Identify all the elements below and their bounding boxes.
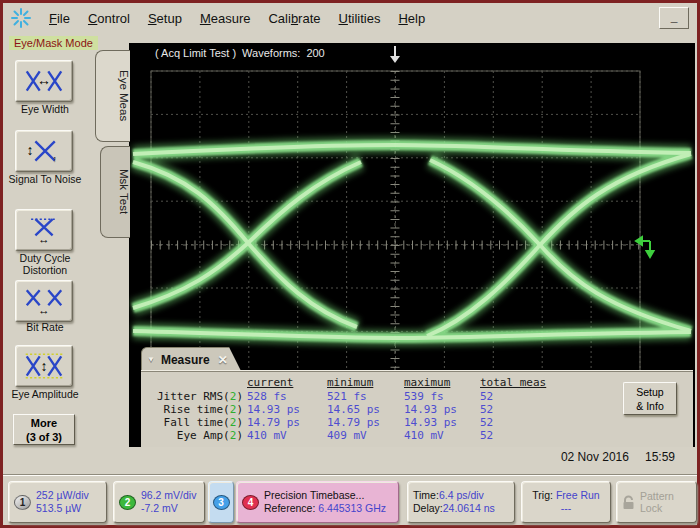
ch1-scale: 252 µW/div (36, 489, 89, 501)
datetime-display: 02 Nov 201615:59 (545, 450, 675, 464)
trigger-marker-icon (390, 46, 400, 63)
channel1-button[interactable]: 1 252 µW/div513.5 µW (8, 481, 107, 523)
signal-to-noise-label: Signal To Noise (3, 174, 87, 186)
menu-measure[interactable]: Measure (200, 11, 251, 26)
ch2-offset: -7.2 mV (141, 502, 178, 514)
acquisition-status: ( Acq Limit Test )Waveforms:200 (155, 47, 331, 59)
svg-text:↔: ↔ (38, 232, 50, 244)
channel4-badge: 4 (242, 495, 259, 510)
signal-to-noise-icon: ↕ ↑ (22, 137, 66, 165)
signal-to-noise-button[interactable]: ↕ ↑ (15, 130, 73, 172)
menu-calibrate[interactable]: Calibrate (268, 11, 320, 26)
waveforms-count: 200 (306, 47, 324, 59)
measure-panel-title: Measure (161, 353, 210, 367)
eye-amplitude-icon: ↕ (22, 352, 66, 380)
channel2-button[interactable]: 2 96.2 mV/div-7.2 mV (113, 481, 205, 523)
measure-panel-tab[interactable]: ▼ Measure ✕ (141, 347, 241, 371)
svg-text:↕: ↕ (41, 358, 48, 374)
delay-value: 24.0614 ns (443, 502, 495, 514)
close-icon[interactable]: ✕ (218, 353, 228, 367)
eye-width-label: Eye Width (3, 104, 87, 116)
eye-width-icon: ↔ (22, 67, 66, 95)
agilent-logo-icon (11, 8, 31, 28)
channel1-badge: 1 (14, 495, 31, 510)
mode-label: Eye/Mask Mode (9, 36, 98, 50)
tab-eye-meas[interactable]: Eye Meas (95, 50, 130, 142)
acq-limit-label: ( Acq Limit Test ) (155, 47, 236, 59)
pattern-lock-button[interactable]: PatternLock (616, 481, 697, 523)
channel3-badge: 3 (213, 495, 230, 510)
menu-control[interactable]: Control (88, 11, 130, 26)
trig-label: Trig: (532, 489, 553, 501)
timebase-panel[interactable]: Time:6.4 ps/div Delay:24.0614 ns (407, 481, 515, 523)
tab-msk-test[interactable]: Msk Test (100, 146, 130, 238)
channel4-timebase-button[interactable]: 4 Precision Timebase... Reference: 6.445… (236, 481, 399, 523)
lock-icon (622, 495, 635, 510)
ch2-scale: 96.2 mV/div (141, 489, 196, 501)
delay-label: Delay: (413, 502, 443, 514)
oscilloscope-window: File Control Setup Measure Calibrate Uti… (0, 0, 700, 528)
svg-text:↑: ↑ (53, 154, 57, 164)
svg-text:↕: ↕ (27, 142, 34, 158)
svg-text:↔: ↔ (37, 72, 51, 88)
time-label: Time: (413, 489, 439, 501)
menu-setup[interactable]: Setup (148, 11, 182, 26)
bit-rate-icon: ↔ (22, 287, 66, 315)
svg-text:↔: ↔ (38, 303, 50, 315)
channel3-button[interactable]: 3 (208, 481, 234, 523)
time-value: 6.4 ps/div (439, 489, 484, 501)
bit-rate-label: Bit Rate (3, 322, 87, 334)
bit-rate-button[interactable]: ↔ (15, 280, 73, 322)
date-text: 02 Nov 2016 (561, 450, 629, 464)
measure-panel-body: current minimum maximum total meas Jitte… (141, 370, 693, 447)
eye-amplitude-label: Eye Amplitude (3, 389, 87, 401)
channel2-badge: 2 (119, 495, 136, 510)
menu-help[interactable]: Help (398, 11, 425, 26)
trigger-button[interactable]: Trig: Free Run --- (521, 481, 611, 523)
collapse-triangle-icon[interactable]: ▼ (147, 355, 155, 364)
eye-width-button[interactable]: ↔ (15, 60, 73, 102)
eye-amplitude-button[interactable]: ↕ (15, 345, 73, 387)
menu-utilities[interactable]: Utilities (339, 11, 381, 26)
waveforms-label: Waveforms: (242, 47, 300, 59)
minimize-button[interactable]: _ (659, 7, 689, 29)
trig-sub: --- (561, 502, 572, 515)
trig-value: Free Run (556, 489, 600, 501)
duty-cycle-distortion-icon: ↔ (22, 216, 66, 244)
timebase-title: Precision Timebase... (264, 489, 364, 501)
menu-bar: File Control Setup Measure Calibrate Uti… (3, 3, 697, 33)
minimize-icon: _ (671, 10, 678, 24)
reference-value: 6.445313 GHz (318, 502, 386, 514)
more-button[interactable]: More (3 of 3) (13, 414, 75, 445)
duty-cycle-distortion-button[interactable]: ↔ (15, 209, 73, 251)
setup-info-button[interactable]: Setup & Info (623, 382, 677, 415)
time-text: 15:59 (645, 450, 675, 464)
ch1-offset: 513.5 µW (36, 502, 81, 514)
menu-file[interactable]: File (49, 11, 70, 26)
footer-divider (3, 474, 697, 476)
reference-label: Reference: (264, 502, 315, 514)
duty-cycle-distortion-label: Duty Cycle Distortion (3, 253, 87, 276)
